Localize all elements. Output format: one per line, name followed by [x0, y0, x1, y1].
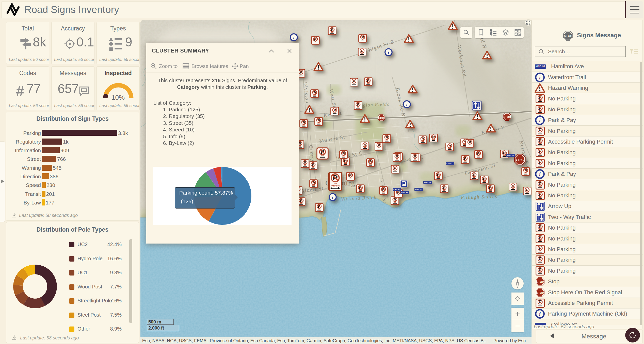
svg-text:i: i — [539, 311, 541, 317]
svg-text:i: i — [539, 118, 541, 124]
svg-text:STOP: STOP — [564, 34, 572, 38]
svg-text:STOP: STOP — [536, 291, 544, 294]
svg-text:STOP: STOP — [536, 280, 544, 283]
svg-text:i: i — [539, 75, 541, 81]
svg-text:i: i — [539, 171, 541, 178]
